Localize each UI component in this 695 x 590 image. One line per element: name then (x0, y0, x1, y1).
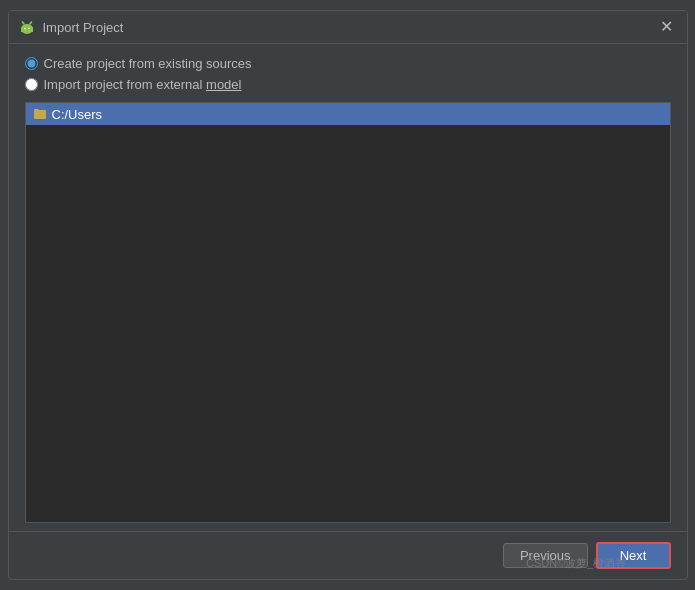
close-button[interactable]: ✕ (656, 17, 677, 37)
android-icon (19, 19, 35, 35)
title-bar-left: Import Project (19, 19, 124, 35)
svg-point-3 (28, 28, 30, 30)
radio-existing-sources-input[interactable] (25, 57, 38, 70)
file-tree[interactable]: C:/Users (25, 102, 671, 523)
svg-point-2 (24, 28, 26, 30)
radio-external-model-input[interactable] (25, 78, 38, 91)
dialog-content: Create project from existing sources Imp… (9, 44, 687, 531)
title-text: Import Project (43, 20, 124, 35)
watermark: CSDN©波萝_橙酒香 (526, 556, 626, 571)
svg-rect-1 (21, 27, 33, 32)
selected-item-label: C:/Users (52, 107, 103, 122)
radio-existing-sources-label: Create project from existing sources (44, 56, 252, 71)
import-project-dialog: Import Project ✕ Create project from exi… (8, 10, 688, 580)
radio-group: Create project from existing sources Imp… (25, 56, 671, 92)
dialog-footer: Previous Next (9, 531, 687, 579)
radio-external-model-label: Import project from external model (44, 77, 242, 92)
svg-line-5 (30, 22, 32, 24)
radio-external-model[interactable]: Import project from external model (25, 77, 671, 92)
radio-existing-sources[interactable]: Create project from existing sources (25, 56, 671, 71)
tree-item-selected[interactable]: C:/Users (26, 103, 670, 125)
svg-line-4 (22, 22, 24, 24)
title-bar: Import Project ✕ (9, 11, 687, 44)
folder-icon (32, 106, 48, 122)
